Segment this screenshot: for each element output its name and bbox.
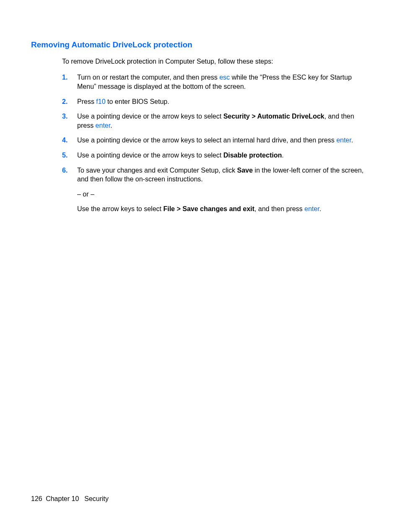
steps-list: 1. Turn on or restart the computer, and … (62, 73, 369, 214)
step-number: 3. (62, 112, 77, 130)
step-text: To save your changes and exit Computer S… (77, 166, 369, 184)
step-text: Use a pointing device or the arrow keys … (77, 151, 369, 160)
enter-key: enter (304, 205, 319, 212)
menu-option: Disable protection (223, 152, 282, 159)
step-number: 2. (62, 97, 77, 106)
step-number: 6. (62, 166, 77, 214)
chapter-label: Chapter 10 (46, 495, 79, 502)
page-number: 126 (31, 495, 42, 502)
enter-key: enter (96, 122, 111, 129)
step-2: 2. Press f10 to enter BIOS Setup. (62, 97, 369, 106)
esc-key: esc (219, 74, 230, 81)
menu-path: File > Save changes and exit (163, 205, 254, 212)
step-text: Turn on or restart the computer, and the… (77, 73, 369, 91)
menu-path: Security > Automatic DriveLock (223, 113, 325, 120)
step-6: 6. To save your changes and exit Compute… (62, 166, 369, 214)
save-label: Save (237, 167, 253, 174)
page-footer: 126 Chapter 10 Security (31, 495, 110, 503)
step-number: 1. (62, 73, 77, 91)
step-1: 1. Turn on or restart the computer, and … (62, 73, 369, 91)
step-3: 3. Use a pointing device or the arrow ke… (62, 112, 369, 130)
section-heading: Removing Automatic DriveLock protection (31, 40, 369, 49)
step-text: Press f10 to enter BIOS Setup. (77, 97, 369, 106)
step-text: Use the arrow keys to select File > Save… (77, 204, 369, 214)
chapter-title: Security (84, 495, 109, 502)
step-4: 4. Use a pointing device or the arrow ke… (62, 136, 369, 145)
intro-paragraph: To remove DriveLock protection in Comput… (62, 57, 369, 66)
or-separator: – or – (77, 190, 369, 199)
f10-key: f10 (96, 98, 105, 105)
step-5: 5. Use a pointing device or the arrow ke… (62, 151, 369, 160)
step-text: Use a pointing device or the arrow keys … (77, 112, 369, 130)
enter-key: enter (336, 137, 351, 144)
step-number: 4. (62, 136, 77, 145)
step-number: 5. (62, 151, 77, 160)
step-text: Use a pointing device or the arrow keys … (77, 136, 369, 145)
